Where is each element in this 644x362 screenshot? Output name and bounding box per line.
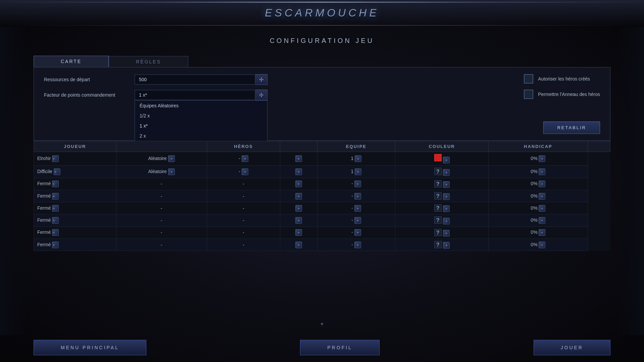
color-swatch-red[interactable] — [434, 154, 442, 161]
facteur-dropdown-btn[interactable]: ✢ — [255, 90, 267, 100]
cell-couleur: ? ✦ — [395, 178, 488, 190]
color-swatch-unknown[interactable]: ? — [434, 241, 442, 248]
heros-icon[interactable]: ✦ — [295, 180, 302, 187]
right-options: Autoriser les héros créés Permettre l'An… — [524, 74, 600, 105]
cell-couleur: ✦ — [395, 152, 488, 166]
heros-dropdown-icon[interactable]: ✦ — [242, 155, 248, 162]
heros-dropdown-icon[interactable]: ✦ — [242, 168, 248, 175]
cell-couleur: ? ✦ — [395, 202, 488, 214]
handicap-icon[interactable]: ✦ — [539, 193, 545, 200]
cell-couleur: ? ✦ — [395, 214, 488, 226]
equipe-icon[interactable]: ✦ — [354, 217, 361, 224]
jouer-button[interactable]: JOUER — [534, 340, 610, 355]
player-icon[interactable]: ✦ — [52, 242, 59, 248]
equipe-icon[interactable]: ✦ — [354, 180, 361, 187]
race-dropdown-icon[interactable]: ✦ — [168, 155, 175, 162]
th-joueur: Joueur — [34, 141, 116, 152]
menu-principal-button[interactable]: MENU PRINCIPAL — [34, 340, 146, 355]
player-icon[interactable]: ✦ — [52, 155, 59, 162]
handicap-icon[interactable]: ✦ — [539, 242, 545, 248]
th-race — [116, 141, 207, 152]
table-row: Fermé ✦- - ✦- ✦? ✦0% ✦ — [34, 202, 610, 214]
handicap-icon[interactable]: ✦ — [539, 205, 545, 212]
table-row: Fermé ✦- - ✦- ✦? ✦0% ✦ — [34, 178, 610, 190]
equipe-icon[interactable]: ✦ — [354, 205, 361, 212]
checkbox-heros-crees-label: Autoriser les héros créés — [538, 76, 590, 82]
heros-icon[interactable]: ✦ — [295, 205, 302, 212]
race-dropdown-icon[interactable]: ✦ — [168, 168, 175, 175]
dropdown-item-one[interactable]: 1 x* — [135, 121, 267, 131]
ressources-input-wrap: ✢ — [135, 74, 267, 85]
heros-icon[interactable]: ✦ — [295, 242, 302, 248]
tab-regles[interactable]: RÈGLES — [109, 56, 188, 67]
handicap-icon[interactable]: ✦ — [539, 229, 545, 236]
handicap-icon[interactable]: ✦ — [539, 168, 545, 175]
cell-handicap: 0% ✦ — [489, 166, 588, 178]
equipe-icon[interactable]: ✦ — [355, 168, 361, 175]
player-icon[interactable]: ✦ — [52, 180, 59, 187]
cell-heros-icon: ✦ — [280, 239, 317, 251]
cell-joueur: Fermé ✦ — [34, 226, 116, 239]
dropdown-item-half[interactable]: 1/2 x — [135, 111, 267, 121]
couleur-icon[interactable]: ✦ — [443, 242, 450, 249]
handicap-icon[interactable]: ✦ — [539, 180, 545, 187]
equipe-icon[interactable]: ✦ — [354, 193, 361, 200]
retablir-button[interactable]: RETABLIR — [543, 121, 600, 134]
player-icon[interactable]: ✦ — [52, 217, 59, 224]
cell-heros-icon: ✦ — [280, 190, 317, 202]
color-swatch-unknown[interactable]: ? — [434, 180, 442, 188]
heros-icon[interactable]: ✦ — [295, 155, 302, 162]
equipe-icon[interactable]: ✦ — [354, 242, 361, 248]
player-icon[interactable]: ✦ — [52, 229, 59, 236]
facteur-label: Facteur de points commandement — [44, 92, 135, 98]
dropdown-item-equipes[interactable]: Équipes Aléatoires — [135, 101, 267, 111]
player-name: Fermé — [37, 181, 51, 186]
heros-icon[interactable]: ✦ — [295, 229, 302, 236]
couleur-icon[interactable]: ✦ — [443, 181, 450, 188]
checkbox-anneau-heros-input[interactable] — [524, 90, 533, 99]
game-title: ESCARMOUCHE — [0, 7, 644, 19]
player-icon[interactable]: ✦ — [52, 193, 59, 200]
facteur-input[interactable] — [135, 90, 255, 100]
table-row: Elrohir ✦Aléatoire ✦- ✦✦1 ✦ ✦0% ✦ — [34, 152, 610, 166]
couleur-icon[interactable]: ✦ — [443, 169, 450, 176]
table-row: Fermé ✦- - ✦- ✦? ✦0% ✦ — [34, 226, 610, 239]
ressources-input[interactable] — [135, 74, 255, 85]
couleur-icon[interactable]: ✦ — [443, 218, 450, 224]
heros-icon[interactable]: ✦ — [295, 217, 302, 224]
players-section: Joueur Héros Equipe Couleur Handicap Elr… — [34, 141, 610, 322]
player-name: Difficile — [37, 169, 52, 174]
player-icon[interactable]: ✦ — [54, 168, 60, 175]
cell-race: - — [116, 226, 207, 239]
table-row: Fermé ✦- - ✦- ✦? ✦0% ✦ — [34, 214, 610, 226]
handicap-icon[interactable]: ✦ — [539, 155, 545, 162]
cell-heros: - — [207, 202, 280, 214]
th-handicap: Handicap — [489, 141, 588, 152]
couleur-icon[interactable]: ✦ — [443, 193, 450, 200]
heros-icon[interactable]: ✦ — [295, 193, 302, 200]
player-icon[interactable]: ✦ — [52, 205, 59, 212]
bottom-bar: MENU PRINCIPAL PROFIL JOUER — [0, 340, 644, 355]
color-swatch-unknown[interactable]: ? — [434, 168, 442, 175]
player-name: Elrohir — [37, 156, 51, 161]
couleur-icon[interactable]: ✦ — [443, 230, 450, 237]
color-swatch-unknown[interactable]: ? — [434, 216, 442, 224]
tab-carte[interactable]: CARTE — [34, 56, 109, 67]
color-swatch-unknown[interactable]: ? — [434, 192, 442, 200]
couleur-icon[interactable]: ✦ — [443, 157, 450, 163]
couleur-icon[interactable]: ✦ — [443, 205, 450, 212]
checkbox-heros-crees-input[interactable] — [524, 74, 533, 84]
profil-button[interactable]: PROFIL — [300, 340, 380, 355]
equipe-icon[interactable]: ✦ — [354, 229, 361, 236]
color-swatch-unknown[interactable]: ? — [434, 229, 442, 236]
cell-equipe: - ✦ — [317, 190, 395, 202]
handicap-icon[interactable]: ✦ — [539, 217, 545, 224]
dropdown-item-two[interactable]: 2 x — [135, 131, 267, 141]
equipe-icon[interactable]: ✦ — [355, 155, 361, 162]
table-header-row: Joueur Héros Equipe Couleur Handicap — [34, 141, 610, 152]
cell-couleur: ? ✦ — [395, 190, 488, 202]
ressources-dropdown-btn[interactable]: ✢ — [255, 74, 267, 85]
ressources-label: Ressources de départ — [44, 77, 135, 82]
color-swatch-unknown[interactable]: ? — [434, 204, 442, 212]
heros-icon[interactable]: ✦ — [295, 168, 302, 175]
